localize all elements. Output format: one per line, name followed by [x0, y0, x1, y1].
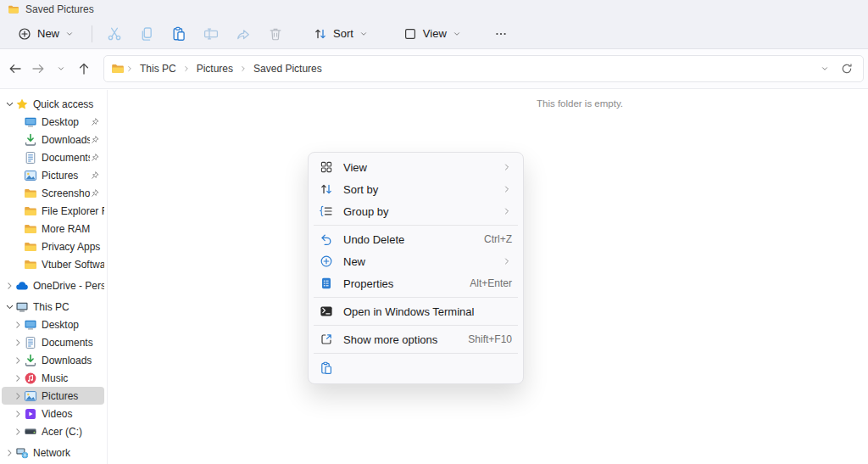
music-icon: [24, 372, 37, 385]
cut-icon: [107, 26, 122, 42]
drive-icon: [24, 425, 37, 439]
chevron-right-icon[interactable]: [13, 391, 24, 401]
up-button[interactable]: [74, 59, 94, 79]
sidebar-item-documents[interactable]: Documents: [2, 148, 104, 166]
chevron-right-icon[interactable]: [4, 281, 15, 291]
sort-button[interactable]: Sort: [306, 23, 376, 45]
recent-locations-button[interactable]: [51, 59, 71, 79]
sidebar-item-downloads[interactable]: Downloads: [2, 131, 104, 148]
sidebar-item-vtuber-software[interactable]: Vtuber Software: [2, 255, 104, 273]
sidebar-item-desktop[interactable]: Desktop: [2, 316, 104, 333]
menu-item-label: View: [343, 161, 367, 174]
forward-button[interactable]: [28, 59, 48, 79]
breadcrumb-chevron-icon[interactable]: [182, 64, 191, 73]
documents-icon: [24, 151, 37, 165]
folder-icon: [24, 187, 37, 200]
context-menu-item-sort-by[interactable]: Sort by: [313, 178, 519, 200]
pin-icon: [90, 117, 100, 127]
sidebar-item-network[interactable]: Network: [2, 444, 104, 461]
sidebar-item-label: Pictures: [42, 390, 104, 402]
back-button[interactable]: [5, 59, 25, 79]
context-menu-item-undo-delete[interactable]: Undo DeleteCtrl+Z: [313, 228, 519, 250]
chevron-down-icon[interactable]: [4, 99, 15, 109]
breadcrumb-item-this-pc[interactable]: This PC: [135, 61, 181, 76]
folder-icon: [24, 222, 37, 236]
context-menu-item-show-more-options[interactable]: Show more optionsShift+F10: [313, 328, 519, 350]
share-button[interactable]: [230, 20, 257, 48]
context-menu-item-paste[interactable]: [313, 356, 519, 380]
chevron-spacer: [13, 224, 24, 234]
menu-item-shortcut: Alt+Enter: [470, 277, 512, 289]
sidebar-item-label: Videos: [42, 408, 104, 420]
sidebar-item-pictures[interactable]: Pictures: [2, 387, 104, 405]
pin-icon: [90, 153, 100, 163]
window-title: Saved Pictures: [25, 3, 94, 15]
sidebar-item-documents[interactable]: Documents: [2, 333, 104, 351]
breadcrumb-chevron-icon[interactable]: [239, 64, 248, 73]
chevron-right-icon[interactable]: [13, 338, 24, 348]
sidebar-item-music[interactable]: Music: [2, 369, 104, 387]
chevron-right-icon[interactable]: [13, 373, 24, 383]
see-more-button[interactable]: [487, 20, 515, 48]
breadcrumb-item-saved-pictures[interactable]: Saved Pictures: [248, 61, 327, 76]
chevron-right-icon[interactable]: [13, 427, 24, 437]
sidebar-item-desktop[interactable]: Desktop: [2, 113, 104, 131]
downloads-icon: [24, 133, 37, 147]
delete-icon: [268, 26, 283, 42]
menu-divider: [314, 325, 518, 326]
sidebar-item-label: Desktop: [42, 116, 90, 128]
context-menu-item-open-in-windows-terminal[interactable]: Open in Windows Terminal: [313, 300, 519, 322]
chevron-spacer: [13, 117, 24, 127]
paste-button[interactable]: [165, 20, 192, 48]
sidebar-item-this-pc[interactable]: This PC: [2, 298, 104, 316]
address-bar[interactable]: This PCPicturesSaved Pictures: [103, 55, 864, 82]
sidebar-item-label: OneDrive - Personal: [33, 280, 104, 292]
sidebar-item-pictures[interactable]: Pictures: [2, 166, 104, 184]
chevron-spacer: [13, 260, 24, 270]
sidebar-item-file-explorer-review[interactable]: File Explorer Review: [2, 202, 104, 220]
new-button[interactable]: New: [10, 23, 81, 45]
new-plus-icon: [320, 254, 333, 268]
share-icon: [236, 26, 251, 42]
chevron-down-icon[interactable]: [4, 302, 15, 312]
chevron-right-icon[interactable]: [4, 448, 15, 458]
sidebar-item-privacy-apps[interactable]: Privacy Apps: [2, 238, 104, 255]
copy-button[interactable]: [133, 20, 160, 48]
sidebar-item-acer-c[interactable]: Acer (C:): [2, 422, 104, 440]
chevron-spacer: [13, 188, 24, 198]
context-menu-item-new[interactable]: New: [313, 250, 519, 272]
sidebar-item-quick-access[interactable]: Quick access: [2, 95, 104, 113]
breadcrumb-item-pictures[interactable]: Pictures: [192, 61, 238, 76]
sort-arrows-icon: [320, 182, 333, 196]
sidebar-item-label: Privacy Apps: [42, 241, 104, 253]
sidebar-item-onedrive-personal[interactable]: OneDrive - Personal: [2, 277, 104, 294]
rename-button[interactable]: [198, 20, 225, 48]
network-icon: [15, 446, 29, 460]
pin-icon: [90, 188, 100, 198]
chevron-right-icon[interactable]: [13, 320, 24, 330]
sidebar-item-screenshots[interactable]: Screenshots: [2, 184, 104, 202]
cut-button[interactable]: [101, 20, 128, 48]
group-by-icon: [320, 204, 333, 218]
chevron-down-icon: [453, 30, 461, 38]
chevron-right-icon[interactable]: [13, 355, 24, 366]
address-dropdown-chevron-icon[interactable]: [821, 64, 829, 73]
chevron-down-icon: [359, 30, 368, 38]
refresh-icon[interactable]: [841, 63, 853, 75]
menu-item-label: Properties: [343, 277, 393, 290]
sidebar-item-label: Vtuber Software: [42, 259, 104, 271]
context-menu-item-group-by[interactable]: Group by: [313, 200, 519, 222]
delete-button[interactable]: [262, 20, 289, 48]
context-menu-item-view[interactable]: View: [313, 156, 519, 178]
chevron-right-icon[interactable]: [13, 409, 24, 419]
sidebar-item-label: Downloads: [42, 355, 104, 366]
breadcrumb-chevron-icon[interactable]: [125, 64, 134, 73]
view-button[interactable]: View: [396, 23, 469, 45]
sidebar-item-more-ram[interactable]: More RAM: [2, 220, 104, 238]
show-more-icon: [320, 333, 333, 346]
chevron-down-icon: [65, 30, 74, 38]
sidebar-item-label: Documents: [42, 152, 90, 164]
sidebar-item-downloads[interactable]: Downloads: [2, 351, 104, 369]
context-menu-item-properties[interactable]: PropertiesAlt+Enter: [313, 272, 519, 294]
sidebar-item-videos[interactable]: Videos: [2, 405, 104, 422]
